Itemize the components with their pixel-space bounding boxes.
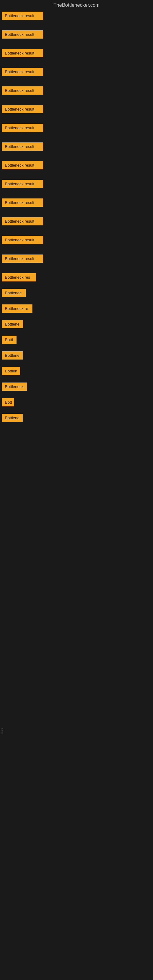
bottleneck-result-label: Bottleneck result xyxy=(2,49,43,57)
list-item[interactable]: Bottlene xyxy=(0,350,153,362)
site-title: TheBottlenecker.com xyxy=(0,0,153,10)
list-item[interactable]: Bottleneck result xyxy=(0,216,153,228)
bottleneck-result-label: Bottleneck result xyxy=(2,124,43,132)
list-item[interactable]: Bottleneck re xyxy=(0,303,153,315)
bottleneck-result-label: Bottleneck result xyxy=(2,217,43,225)
bottleneck-result-label: Bottlene xyxy=(2,320,23,328)
list-item[interactable]: Bottleneck result xyxy=(0,253,153,265)
list-item[interactable]: Bottleneck result xyxy=(0,48,153,60)
list-item[interactable]: Bottl xyxy=(0,334,153,346)
list-item[interactable]: Bottlen xyxy=(0,366,153,378)
bottleneck-result-label: Bottleneck result xyxy=(2,236,43,244)
bottleneck-result-label: Bottlen xyxy=(2,367,20,375)
list-item[interactable]: Bottleneck result xyxy=(0,123,153,134)
list-item[interactable]: Bottlenec xyxy=(0,288,153,299)
bottleneck-result-label: Bottleneck result xyxy=(2,180,43,188)
bottleneck-result-label: Bottleneck re xyxy=(2,304,32,313)
bottleneck-result-label: Bottlenec xyxy=(2,289,26,297)
list-item[interactable]: Bottleneck result xyxy=(0,141,153,153)
bottleneck-result-label: Bottleneck result xyxy=(2,105,43,113)
list-item[interactable]: Bottleneck result xyxy=(0,67,153,78)
bottleneck-list: Bottleneck resultBottleneck resultBottle… xyxy=(0,10,153,428)
list-item[interactable]: Bottleneck result xyxy=(0,104,153,116)
bottleneck-result-label: Bottleneck result xyxy=(2,68,43,76)
list-item[interactable]: Bottleneck result xyxy=(0,10,153,22)
list-item[interactable]: Bottleneck result xyxy=(0,235,153,247)
bottleneck-result-label: Bottleneck result xyxy=(2,30,43,38)
list-item[interactable]: Bottleneck result xyxy=(0,85,153,97)
list-item[interactable]: Bottleneck result xyxy=(0,160,153,172)
list-item[interactable]: Bottleneck result xyxy=(0,178,153,191)
bottleneck-result-label: Bottleneck result xyxy=(2,161,43,169)
bottleneck-result-label: Bottlene xyxy=(2,351,22,360)
bottleneck-result-label: Bottleneck result xyxy=(2,142,43,151)
list-item[interactable]: Bottleneck result xyxy=(0,197,153,209)
list-item[interactable]: Bottleneck xyxy=(0,381,153,393)
footer-label: more xyxy=(1,728,3,733)
list-item[interactable]: Bott xyxy=(0,397,153,409)
bottleneck-result-label: Bottlene xyxy=(2,414,22,422)
bottleneck-result-label: Bottleneck xyxy=(2,382,27,391)
bottleneck-result-label: Bottleneck res xyxy=(2,273,36,282)
list-item[interactable]: Bottlene xyxy=(0,319,153,331)
list-item[interactable]: Bottlene xyxy=(0,412,153,425)
bottleneck-result-label: Bottleneck result xyxy=(2,199,43,207)
bottleneck-result-label: Bottl xyxy=(2,336,16,344)
list-item[interactable]: Bottleneck res xyxy=(0,272,153,284)
bottleneck-result-label: Bott xyxy=(2,398,14,406)
bottleneck-result-label: Bottleneck result xyxy=(2,255,43,263)
list-item[interactable]: Bottleneck result xyxy=(0,29,153,41)
bottleneck-result-label: Bottleneck result xyxy=(2,12,43,20)
bottleneck-result-label: Bottleneck result xyxy=(2,86,43,95)
